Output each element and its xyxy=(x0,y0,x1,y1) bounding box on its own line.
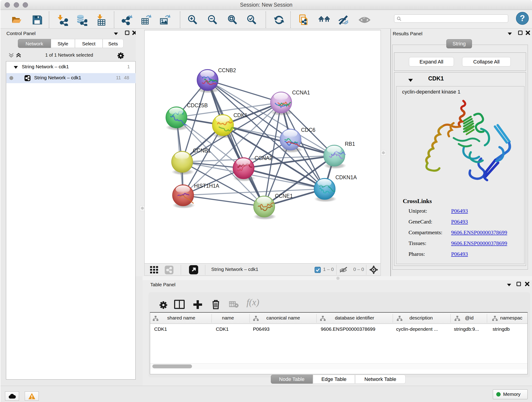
svg-text:CCNA2: CCNA2 xyxy=(254,155,272,161)
svg-text:CDK1: CDK1 xyxy=(234,112,247,118)
svg-text:CDC6: CDC6 xyxy=(301,127,316,133)
svg-text:CCNA1: CCNA1 xyxy=(292,89,310,96)
svg-text:CCNE1: CCNE1 xyxy=(275,193,293,199)
svg-text:CDKN1A: CDKN1A xyxy=(336,174,357,180)
svg-text:?: ? xyxy=(520,13,525,23)
svg-text:HIST1H1A: HIST1H1A xyxy=(194,183,220,189)
svg-text:CCNB1: CCNB1 xyxy=(193,148,211,153)
svg-text:CCNB2: CCNB2 xyxy=(218,67,236,73)
svg-text:RB1: RB1 xyxy=(345,141,355,147)
svg-text:CDC25B: CDC25B xyxy=(187,102,208,108)
